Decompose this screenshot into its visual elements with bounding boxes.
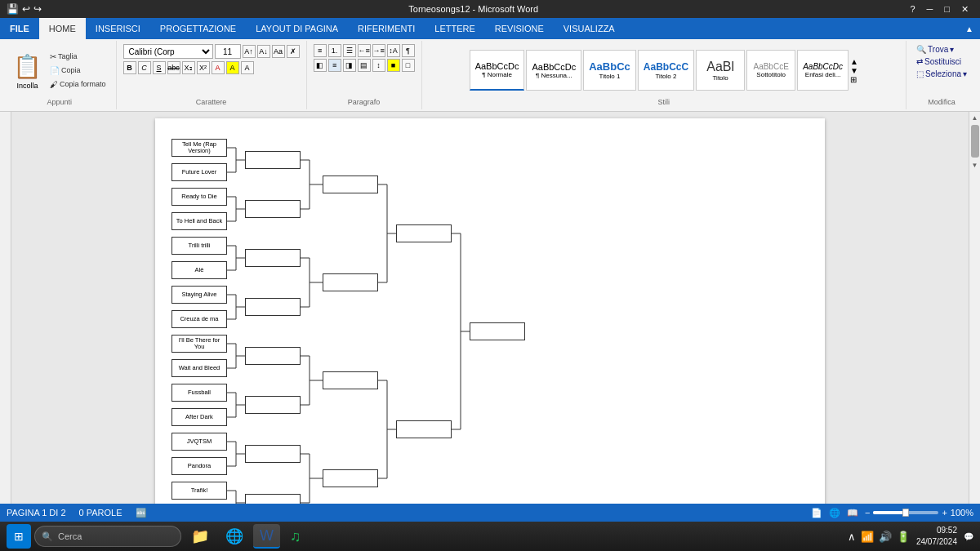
- help-btn[interactable]: ?: [905, 4, 920, 15]
- view-read-btn[interactable]: 📖: [847, 508, 858, 518]
- tab-progettazione[interactable]: PROGETTAZIONE: [150, 18, 246, 39]
- search-placeholder: Cerca: [58, 531, 82, 541]
- styles-gallery: AaBbCcDc ¶ Normale AaBbCcDc ¶ Nessuna...…: [470, 46, 858, 95]
- replace-button[interactable]: ⇄ Sostituisci: [913, 56, 964, 67]
- zoom-slider[interactable]: [873, 511, 938, 514]
- taskbar-word[interactable]: W: [253, 524, 280, 549]
- window-controls: ? ─ □ ✕: [905, 4, 973, 15]
- sort-btn[interactable]: ↕A: [387, 44, 400, 57]
- border-btn[interactable]: □: [402, 59, 415, 72]
- song-11: After Dark: [172, 408, 227, 426]
- justify-btn[interactable]: ▤: [358, 59, 371, 72]
- zoom-in-btn[interactable]: +: [942, 508, 947, 518]
- numbering-btn[interactable]: 1.: [328, 44, 341, 57]
- style-normale[interactable]: AaBbCcDc ¶ Normale: [470, 50, 525, 91]
- font-case-btn[interactable]: Aa: [272, 45, 285, 58]
- notification-btn[interactable]: 💬: [964, 532, 973, 541]
- tab-riferimenti[interactable]: RIFERIMENTI: [348, 18, 425, 39]
- strikethrough-btn[interactable]: abc: [167, 61, 180, 74]
- find-button[interactable]: 🔍 Trova ▾: [913, 44, 957, 55]
- decrease-indent-btn[interactable]: ←≡: [358, 44, 371, 57]
- song-14: Trafik!: [172, 482, 227, 500]
- increase-indent-btn[interactable]: →≡: [372, 44, 385, 57]
- cut-button[interactable]: ✂ Taglia: [47, 51, 109, 63]
- style-titolo[interactable]: AaBl Titolo: [696, 50, 745, 91]
- r2-match-1: [245, 200, 301, 218]
- font-size-down-btn[interactable]: A↓: [257, 45, 270, 58]
- taskbar-chrome[interactable]: 🌐: [219, 524, 250, 549]
- scroll-thumb[interactable]: [971, 125, 979, 158]
- bold-btn[interactable]: B: [123, 61, 136, 74]
- align-center-btn[interactable]: ≡: [328, 59, 341, 72]
- tab-visualizza[interactable]: VISUALIZZA: [554, 18, 625, 39]
- undo-icon[interactable]: ↩: [22, 3, 30, 15]
- align-left-btn[interactable]: ◧: [314, 59, 327, 72]
- format-label: Copia formato: [60, 80, 106, 88]
- view-web-btn[interactable]: 🌐: [829, 508, 840, 518]
- format-button[interactable]: 🖌 Copia formato: [47, 78, 109, 91]
- scroll-down-btn[interactable]: ▼: [969, 159, 981, 171]
- style-titolo1[interactable]: AaBbCc Titolo 1: [583, 50, 636, 91]
- redo-icon[interactable]: ↪: [33, 3, 42, 15]
- right-scrollbar[interactable]: ▲ ▼: [969, 112, 980, 504]
- superscript-btn[interactable]: X²: [197, 61, 210, 74]
- zoom-level: 100%: [951, 508, 973, 518]
- tray-expand-btn[interactable]: ∧: [848, 531, 856, 543]
- minimize-btn[interactable]: ─: [922, 4, 938, 15]
- start-button[interactable]: ⊞: [7, 524, 31, 549]
- network-icon: 📶: [861, 531, 874, 543]
- tab-home[interactable]: HOME: [39, 18, 86, 39]
- close-btn[interactable]: ✕: [956, 4, 973, 15]
- bullets-btn[interactable]: ≡: [314, 44, 327, 57]
- show-formatting-btn[interactable]: ¶: [402, 44, 415, 57]
- proofing-icon[interactable]: 🔤: [136, 508, 147, 518]
- shading-btn[interactable]: ■: [387, 59, 400, 72]
- clear-format-btn[interactable]: ✗: [287, 45, 300, 58]
- font-color-btn[interactable]: A: [212, 61, 225, 74]
- tab-layout[interactable]: LAYOUT DI PAGINA: [246, 18, 348, 39]
- scroll-up-btn[interactable]: ▲: [969, 112, 981, 123]
- highlight-btn[interactable]: A: [226, 61, 239, 74]
- subscript-btn[interactable]: X₂: [182, 61, 195, 74]
- song-13: Pandora: [172, 457, 227, 475]
- tab-file[interactable]: FILE: [0, 18, 39, 39]
- save-icon[interactable]: 💾: [7, 3, 19, 15]
- font-size-up-btn[interactable]: A↑: [243, 45, 256, 58]
- taskbar-spotify[interactable]: ♫: [283, 524, 308, 549]
- r3-match-2: [323, 371, 378, 389]
- text-effect-btn[interactable]: A: [241, 61, 254, 74]
- song-8: I'll Be There for You: [172, 335, 227, 353]
- align-right-btn[interactable]: ◨: [343, 59, 356, 72]
- style-sottotitolo[interactable]: AaBbCcE Sottotitolo: [746, 50, 795, 91]
- styles-scroll[interactable]: ▲ ▼ ⊞: [850, 57, 858, 84]
- style-nessuna[interactable]: AaBbCcDc ¶ Nessuna...: [526, 50, 581, 91]
- style-enfasi[interactable]: AaBbCcDc Enfasi deli...: [797, 50, 849, 91]
- style-titolo2[interactable]: AaBbCcC Titolo 2: [638, 50, 694, 91]
- view-print-btn[interactable]: 📄: [811, 508, 822, 518]
- tab-inserisci[interactable]: INSERISCI: [86, 18, 150, 39]
- taskbar-explorer[interactable]: 📁: [185, 524, 216, 549]
- multilevel-btn[interactable]: ☰: [343, 44, 356, 57]
- r2-match-7: [245, 494, 301, 504]
- expand-ribbon-btn[interactable]: ▲: [959, 18, 980, 39]
- font-name-select[interactable]: Calibri (Corp: [123, 44, 213, 59]
- taskbar-search[interactable]: 🔍 Cerca: [34, 526, 181, 547]
- paste-button[interactable]: 📋: [10, 51, 45, 82]
- copy-button[interactable]: 📄 Copia: [47, 64, 109, 77]
- volume-icon: 🔊: [879, 531, 892, 543]
- select-button[interactable]: ⬚ Seleziona ▾: [913, 69, 970, 79]
- italic-btn[interactable]: C: [138, 61, 151, 74]
- status-bar: PAGINA 1 DI 2 0 PAROLE 🔤 📄 🌐 📖 − + 100%: [0, 504, 980, 522]
- maximize-btn[interactable]: □: [939, 4, 955, 15]
- clock-widget[interactable]: 09:52 24/07/2024: [916, 525, 957, 548]
- ribbon-content: 📋 Incolla ✂ Taglia 📄 Copia 🖌 Copia forma…: [0, 39, 980, 111]
- cut-label: Taglia: [58, 52, 78, 60]
- line-spacing-btn[interactable]: ↕: [372, 59, 385, 72]
- tab-lettere[interactable]: LETTERE: [425, 18, 485, 39]
- zoom-out-btn[interactable]: −: [865, 508, 870, 518]
- underline-btn[interactable]: S: [153, 61, 166, 74]
- ribbon-tabs: FILE HOME INSERISCI PROGETTAZIONE LAYOUT…: [0, 18, 980, 39]
- taskbar: ⊞ 🔍 Cerca 📁 🌐 W ♫ ∧ 📶 🔊 🔋 09:52 24/07/20…: [0, 522, 980, 551]
- tab-revisione[interactable]: REVISIONE: [485, 18, 554, 39]
- font-size-input[interactable]: [215, 44, 241, 59]
